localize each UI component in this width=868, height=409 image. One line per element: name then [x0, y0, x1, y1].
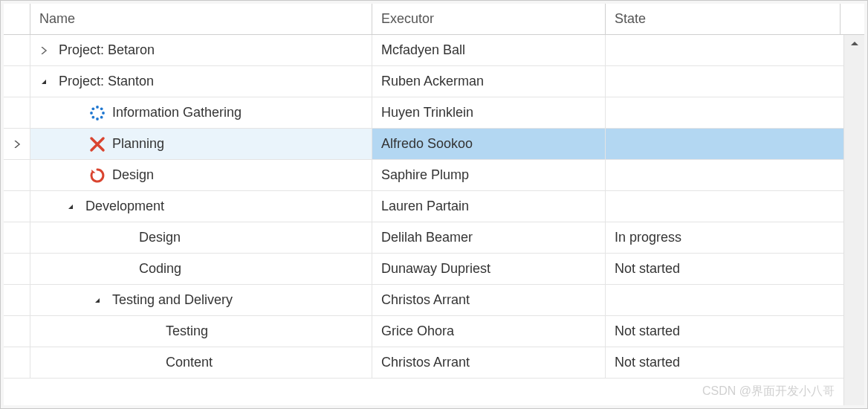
row-indicator: [4, 66, 30, 97]
row-name-text: Information Gathering: [111, 105, 242, 120]
tree-expander-placeholder: [84, 222, 111, 253]
cell-name[interactable]: Information Gathering: [30, 97, 372, 128]
cell-name[interactable]: Planning: [30, 129, 372, 159]
tree-expander[interactable]: [30, 35, 57, 65]
row-name-text: Coding: [137, 261, 181, 277]
cell-executor[interactable]: Lauren Partain: [372, 191, 606, 222]
row-icon-placeholder: [137, 347, 164, 378]
header-state[interactable]: State: [606, 4, 841, 34]
tree-expander[interactable]: [57, 191, 84, 222]
cell-name[interactable]: Project: Stanton: [30, 66, 372, 97]
row-status-icon: [84, 97, 111, 128]
row-indicator: [4, 222, 30, 253]
cell-state[interactable]: [606, 285, 843, 315]
row-icon-placeholder: [111, 254, 137, 284]
tree-indent: [30, 285, 84, 315]
table-row[interactable]: DesignSaphire Plump: [4, 160, 843, 191]
cell-name[interactable]: Testing and Delivery: [30, 285, 372, 315]
tree-expander-placeholder: [57, 160, 84, 190]
table-row[interactable]: TestingGrice OhoraNot started: [4, 316, 843, 347]
row-indicator: [4, 285, 30, 315]
x-red-icon: [89, 136, 106, 152]
progress-dots-icon: [89, 105, 106, 121]
table-row[interactable]: Information GatheringHuyen Trinklein: [4, 97, 843, 129]
cell-executor[interactable]: Christos Arrant: [372, 347, 606, 378]
grid-body: Project: BetaronMcfadyen Ball Project: S…: [4, 35, 843, 405]
header-name[interactable]: Name: [30, 4, 372, 34]
row-name-text: Testing: [164, 323, 208, 339]
cell-state[interactable]: Not started: [606, 316, 843, 347]
svg-point-3: [100, 115, 103, 118]
row-icon-placeholder: [111, 222, 137, 253]
row-indicator: [4, 347, 30, 378]
cell-state[interactable]: [606, 35, 843, 65]
cell-name[interactable]: Design: [30, 160, 372, 190]
cell-executor[interactable]: Grice Ohora: [372, 316, 606, 347]
row-name-text: Project: Betaron: [57, 42, 155, 58]
cell-name[interactable]: Testing: [30, 316, 372, 347]
cell-executor[interactable]: Delilah Beamer: [372, 222, 606, 253]
scroll-up-button[interactable]: [844, 35, 864, 53]
table-row[interactable]: Testing and DeliveryChristos Arrant: [4, 285, 843, 316]
tree-expander-placeholder: [84, 254, 111, 284]
table-row[interactable]: PlanningAlfredo Sookoo: [4, 129, 843, 160]
row-name-text: Content: [164, 355, 213, 370]
tree-expander[interactable]: [30, 66, 57, 97]
table-row[interactable]: Project: BetaronMcfadyen Ball: [4, 35, 843, 66]
cell-state[interactable]: [606, 160, 843, 190]
header-executor[interactable]: Executor: [372, 4, 606, 34]
table-row[interactable]: DesignDelilah BeamerIn progress: [4, 222, 843, 254]
chevron-up-icon: [851, 42, 858, 46]
svg-point-7: [91, 107, 94, 110]
tree-expander-placeholder: [57, 97, 84, 128]
cell-state[interactable]: [606, 191, 843, 222]
tree-indent: [30, 347, 111, 378]
row-name-text: Design: [137, 230, 181, 245]
tree-expander[interactable]: [84, 285, 111, 315]
cell-executor[interactable]: Dunaway Dupriest: [372, 254, 606, 284]
cell-name[interactable]: Project: Betaron: [30, 35, 372, 65]
cell-state[interactable]: In progress: [606, 222, 843, 253]
row-indicator: [4, 129, 30, 159]
cell-executor[interactable]: Huyen Trinklein: [372, 97, 606, 128]
cell-executor[interactable]: Ruben Ackerman: [372, 66, 606, 97]
row-name-text: Planning: [111, 136, 164, 152]
svg-point-1: [100, 107, 103, 110]
table-row[interactable]: DevelopmentLauren Partain: [4, 191, 843, 222]
chevron-down-filled-icon: [40, 78, 48, 86]
row-name-text: Development: [84, 199, 164, 214]
svg-point-2: [102, 112, 105, 115]
row-name-text: Project: Stanton: [57, 74, 154, 89]
row-indicator: [4, 316, 30, 347]
svg-point-4: [96, 117, 99, 120]
cell-state[interactable]: [606, 66, 843, 97]
cell-executor[interactable]: Mcfadyen Ball: [372, 35, 606, 65]
tree-indent: [30, 316, 111, 347]
cell-state[interactable]: Not started: [606, 254, 843, 284]
table-row[interactable]: Project: StantonRuben Ackerman: [4, 66, 843, 97]
tree-indent: [30, 254, 84, 284]
cell-name[interactable]: Development: [30, 191, 372, 222]
cell-state[interactable]: [606, 129, 843, 159]
row-icon-placeholder: [137, 316, 164, 347]
cell-state[interactable]: [606, 97, 843, 128]
cell-name[interactable]: Content: [30, 347, 372, 378]
table-row[interactable]: CodingDunaway DupriestNot started: [4, 254, 843, 285]
row-status-icon: [84, 129, 111, 159]
tree-indent: [30, 129, 57, 159]
chevron-right-icon: [40, 47, 48, 54]
cell-state[interactable]: Not started: [606, 347, 843, 378]
table-row[interactable]: ContentChristos ArrantNot started: [4, 347, 843, 379]
row-indicator: [4, 160, 30, 190]
cell-name[interactable]: Design: [30, 222, 372, 253]
chevron-down-filled-icon: [94, 297, 101, 304]
cell-executor[interactable]: Alfredo Sookoo: [372, 129, 606, 159]
cell-name[interactable]: Coding: [30, 254, 372, 284]
tree-indent: [30, 160, 57, 190]
refresh-icon: [89, 167, 106, 184]
cell-executor[interactable]: Saphire Plump: [372, 160, 606, 190]
tree-expander-placeholder: [57, 129, 84, 159]
row-indicator-icon: [13, 141, 21, 148]
vertical-scrollbar[interactable]: [843, 35, 864, 405]
cell-executor[interactable]: Christos Arrant: [372, 285, 606, 315]
